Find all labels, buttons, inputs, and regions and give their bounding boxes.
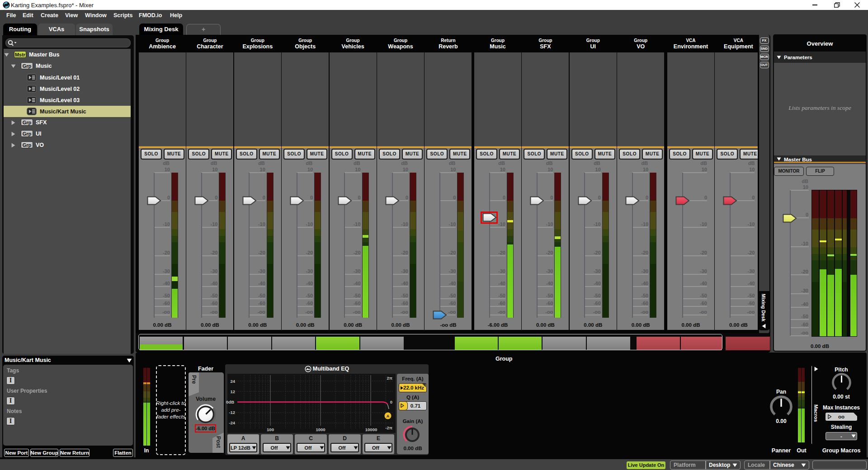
svg-text:A: A bbox=[387, 414, 390, 418]
